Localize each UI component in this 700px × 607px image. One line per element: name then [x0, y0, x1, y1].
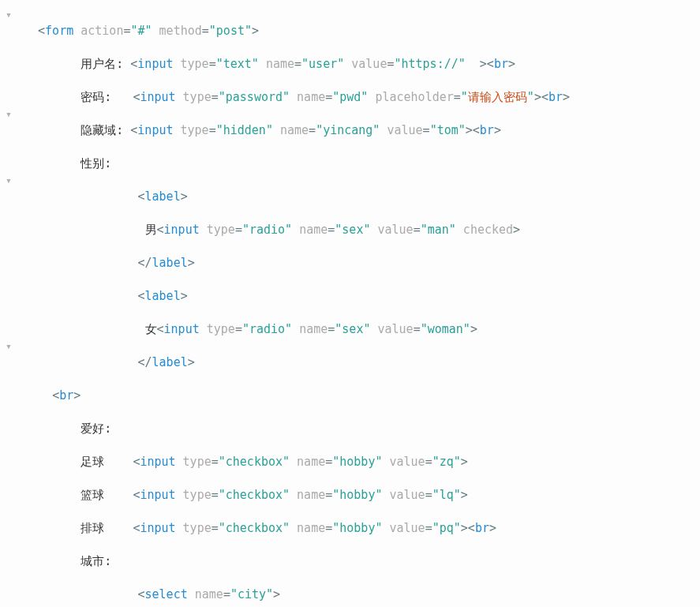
code-line[interactable]: </label> [24, 255, 700, 272]
code-line[interactable]: <select name="city"> [24, 586, 700, 603]
code-line[interactable]: 篮球 <input type="checkbox" name="hobby" v… [24, 487, 700, 504]
fold-marker[interactable]: ▾ [0, 172, 17, 189]
code-line[interactable]: <form action="#" method="post"> [24, 23, 700, 39]
code-line[interactable]: 用户名: <input type="text" name="user" valu… [24, 56, 700, 73]
code-line[interactable]: <br> [24, 388, 700, 404]
code-line[interactable]: 隐藏域: <input type="hidden" name="yincang"… [24, 122, 700, 139]
code-line[interactable]: 密码: <input type="password" name="pwd" pl… [24, 89, 700, 106]
code-view[interactable]: <form action="#" method="post"> 用户名: <in… [24, 6, 700, 607]
code-line[interactable]: <label> [24, 189, 700, 205]
fold-marker[interactable]: ▾ [0, 338, 17, 354]
code-line[interactable]: </label> [24, 354, 700, 371]
code-line[interactable]: 排球 <input type="checkbox" name="hobby" v… [24, 520, 700, 537]
code-line[interactable]: 城市: [24, 553, 700, 570]
code-line[interactable]: 性别: [24, 155, 700, 172]
fold-marker[interactable]: ▾ [0, 6, 17, 23]
fold-gutter: ▾ ▾ ▾ ▾ [0, 6, 17, 354]
fold-marker[interactable]: ▾ [0, 106, 17, 122]
code-line[interactable]: 男<input type="radio" name="sex" value="m… [24, 222, 700, 238]
code-line[interactable]: <label> [24, 288, 700, 305]
code-line[interactable]: 女<input type="radio" name="sex" value="w… [24, 321, 700, 338]
code-line[interactable]: 足球 <input type="checkbox" name="hobby" v… [24, 454, 700, 470]
code-line[interactable]: 爱好: [24, 421, 700, 437]
